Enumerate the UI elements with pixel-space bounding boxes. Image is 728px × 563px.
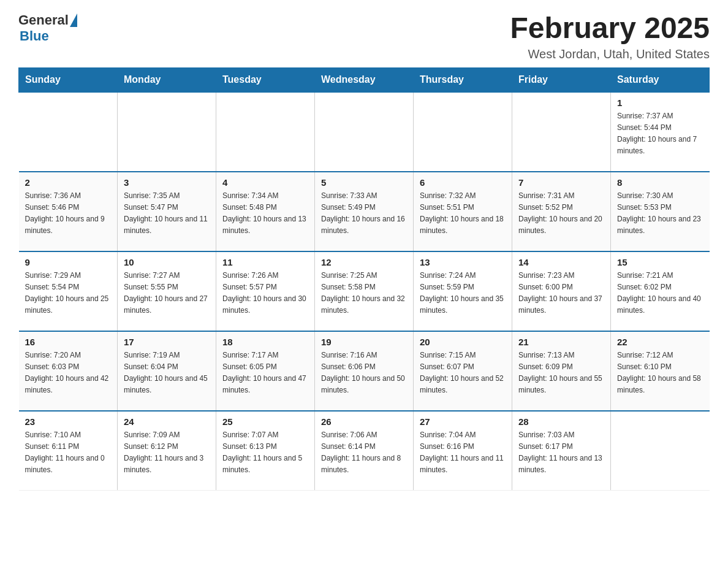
day-info: Sunrise: 7:30 AMSunset: 5:53 PMDaylight:… xyxy=(617,190,703,237)
calendar-cell xyxy=(512,92,611,172)
day-info: Sunrise: 7:29 AMSunset: 5:54 PMDaylight:… xyxy=(25,270,112,317)
logo-triangle-icon xyxy=(70,13,77,27)
day-info: Sunrise: 7:12 AMSunset: 6:10 PMDaylight:… xyxy=(617,350,703,397)
day-number: 10 xyxy=(124,257,210,267)
calendar-body: 1Sunrise: 7:37 AMSunset: 5:44 PMDaylight… xyxy=(19,92,710,491)
week-row-3: 9Sunrise: 7:29 AMSunset: 5:54 PMDaylight… xyxy=(19,251,710,331)
week-row-2: 2Sunrise: 7:36 AMSunset: 5:46 PMDaylight… xyxy=(19,172,710,251)
day-number: 3 xyxy=(124,177,210,188)
day-number: 18 xyxy=(222,337,308,347)
day-number: 27 xyxy=(420,416,506,427)
day-info: Sunrise: 7:25 AMSunset: 5:58 PMDaylight:… xyxy=(321,270,407,317)
day-info: Sunrise: 7:21 AMSunset: 6:02 PMDaylight:… xyxy=(617,270,703,317)
day-number: 5 xyxy=(321,177,407,188)
calendar-table: SundayMondayTuesdayWednesdayThursdayFrid… xyxy=(18,67,710,491)
calendar-cell: 21Sunrise: 7:13 AMSunset: 6:09 PMDayligh… xyxy=(512,331,611,411)
day-number: 2 xyxy=(25,177,112,188)
day-info: Sunrise: 7:06 AMSunset: 6:14 PMDaylight:… xyxy=(321,429,407,477)
calendar-cell: 19Sunrise: 7:16 AMSunset: 6:06 PMDayligh… xyxy=(315,331,414,411)
calendar-cell: 1Sunrise: 7:37 AMSunset: 5:44 PMDaylight… xyxy=(611,92,710,172)
calendar-cell xyxy=(611,411,710,491)
day-info: Sunrise: 7:10 AMSunset: 6:11 PMDaylight:… xyxy=(25,429,112,477)
calendar-cell: 4Sunrise: 7:34 AMSunset: 5:48 PMDaylight… xyxy=(216,172,315,251)
col-header-friday: Friday xyxy=(512,67,611,92)
day-info: Sunrise: 7:17 AMSunset: 6:05 PMDaylight:… xyxy=(222,350,308,397)
week-row-1: 1Sunrise: 7:37 AMSunset: 5:44 PMDaylight… xyxy=(19,92,710,172)
day-info: Sunrise: 7:16 AMSunset: 6:06 PMDaylight:… xyxy=(321,350,407,397)
day-number: 13 xyxy=(420,257,506,267)
calendar-cell: 7Sunrise: 7:31 AMSunset: 5:52 PMDaylight… xyxy=(512,172,611,251)
logo: General Blue xyxy=(18,12,77,44)
calendar-cell: 18Sunrise: 7:17 AMSunset: 6:05 PMDayligh… xyxy=(216,331,315,411)
day-number: 21 xyxy=(518,337,604,347)
col-header-wednesday: Wednesday xyxy=(315,67,414,92)
calendar-cell xyxy=(19,92,118,172)
calendar-cell: 16Sunrise: 7:20 AMSunset: 6:03 PMDayligh… xyxy=(19,331,118,411)
day-number: 20 xyxy=(420,337,506,347)
calendar-cell: 27Sunrise: 7:04 AMSunset: 6:16 PMDayligh… xyxy=(414,411,512,491)
day-number: 22 xyxy=(617,337,703,347)
day-info: Sunrise: 7:32 AMSunset: 5:51 PMDaylight:… xyxy=(420,190,506,237)
calendar-cell: 5Sunrise: 7:33 AMSunset: 5:49 PMDaylight… xyxy=(315,172,414,251)
day-info: Sunrise: 7:03 AMSunset: 6:17 PMDaylight:… xyxy=(518,429,604,477)
logo-general-text: General xyxy=(18,12,69,28)
col-header-monday: Monday xyxy=(118,67,216,92)
calendar-cell: 20Sunrise: 7:15 AMSunset: 6:07 PMDayligh… xyxy=(414,331,512,411)
day-number: 25 xyxy=(222,416,308,427)
day-info: Sunrise: 7:27 AMSunset: 5:55 PMDaylight:… xyxy=(124,270,210,317)
day-number: 9 xyxy=(25,257,112,267)
day-info: Sunrise: 7:24 AMSunset: 5:59 PMDaylight:… xyxy=(420,270,506,317)
day-info: Sunrise: 7:23 AMSunset: 6:00 PMDaylight:… xyxy=(518,270,604,317)
day-number: 7 xyxy=(518,177,604,188)
page-header: General Blue February 2025 West Jordan, … xyxy=(18,12,710,61)
day-info: Sunrise: 7:15 AMSunset: 6:07 PMDaylight:… xyxy=(420,350,506,397)
calendar-cell: 28Sunrise: 7:03 AMSunset: 6:17 PMDayligh… xyxy=(512,411,611,491)
day-info: Sunrise: 7:31 AMSunset: 5:52 PMDaylight:… xyxy=(518,190,604,237)
day-number: 19 xyxy=(321,337,407,347)
calendar-cell: 12Sunrise: 7:25 AMSunset: 5:58 PMDayligh… xyxy=(315,251,414,331)
day-number: 15 xyxy=(617,257,703,267)
day-info: Sunrise: 7:19 AMSunset: 6:04 PMDaylight:… xyxy=(124,350,210,397)
day-number: 28 xyxy=(518,416,604,427)
col-header-sunday: Sunday xyxy=(19,67,118,92)
day-number: 8 xyxy=(617,177,703,188)
day-info: Sunrise: 7:36 AMSunset: 5:46 PMDaylight:… xyxy=(25,190,112,237)
calendar-cell: 2Sunrise: 7:36 AMSunset: 5:46 PMDaylight… xyxy=(19,172,118,251)
day-number: 12 xyxy=(321,257,407,267)
calendar-cell: 10Sunrise: 7:27 AMSunset: 5:55 PMDayligh… xyxy=(118,251,216,331)
day-info: Sunrise: 7:07 AMSunset: 6:13 PMDaylight:… xyxy=(222,429,308,477)
day-number: 26 xyxy=(321,416,407,427)
week-row-4: 16Sunrise: 7:20 AMSunset: 6:03 PMDayligh… xyxy=(19,331,710,411)
calendar-cell: 15Sunrise: 7:21 AMSunset: 6:02 PMDayligh… xyxy=(611,251,710,331)
day-info: Sunrise: 7:09 AMSunset: 6:12 PMDaylight:… xyxy=(124,429,210,477)
calendar-cell: 13Sunrise: 7:24 AMSunset: 5:59 PMDayligh… xyxy=(414,251,512,331)
day-number: 16 xyxy=(25,337,112,347)
calendar-cell: 3Sunrise: 7:35 AMSunset: 5:47 PMDaylight… xyxy=(118,172,216,251)
calendar-header: SundayMondayTuesdayWednesdayThursdayFrid… xyxy=(19,67,710,92)
day-number: 6 xyxy=(420,177,506,188)
day-info: Sunrise: 7:26 AMSunset: 5:57 PMDaylight:… xyxy=(222,270,308,317)
calendar-cell: 6Sunrise: 7:32 AMSunset: 5:51 PMDaylight… xyxy=(414,172,512,251)
col-header-saturday: Saturday xyxy=(611,67,710,92)
day-info: Sunrise: 7:34 AMSunset: 5:48 PMDaylight:… xyxy=(222,190,308,237)
week-row-5: 23Sunrise: 7:10 AMSunset: 6:11 PMDayligh… xyxy=(19,411,710,491)
day-info: Sunrise: 7:04 AMSunset: 6:16 PMDaylight:… xyxy=(420,429,506,477)
calendar-cell: 26Sunrise: 7:06 AMSunset: 6:14 PMDayligh… xyxy=(315,411,414,491)
calendar-cell xyxy=(414,92,512,172)
calendar-cell xyxy=(118,92,216,172)
col-header-tuesday: Tuesday xyxy=(216,67,315,92)
calendar-cell: 22Sunrise: 7:12 AMSunset: 6:10 PMDayligh… xyxy=(611,331,710,411)
calendar-subtitle: West Jordan, Utah, United States xyxy=(510,47,710,61)
col-header-thursday: Thursday xyxy=(414,67,512,92)
title-section: February 2025 West Jordan, Utah, United … xyxy=(510,12,710,61)
logo-blue-text: Blue xyxy=(20,28,49,44)
calendar-cell xyxy=(315,92,414,172)
day-number: 1 xyxy=(617,98,703,108)
calendar-cell xyxy=(216,92,315,172)
day-number: 14 xyxy=(518,257,604,267)
day-number: 17 xyxy=(124,337,210,347)
calendar-cell: 8Sunrise: 7:30 AMSunset: 5:53 PMDaylight… xyxy=(611,172,710,251)
calendar-cell: 14Sunrise: 7:23 AMSunset: 6:00 PMDayligh… xyxy=(512,251,611,331)
day-info: Sunrise: 7:35 AMSunset: 5:47 PMDaylight:… xyxy=(124,190,210,237)
day-info: Sunrise: 7:33 AMSunset: 5:49 PMDaylight:… xyxy=(321,190,407,237)
